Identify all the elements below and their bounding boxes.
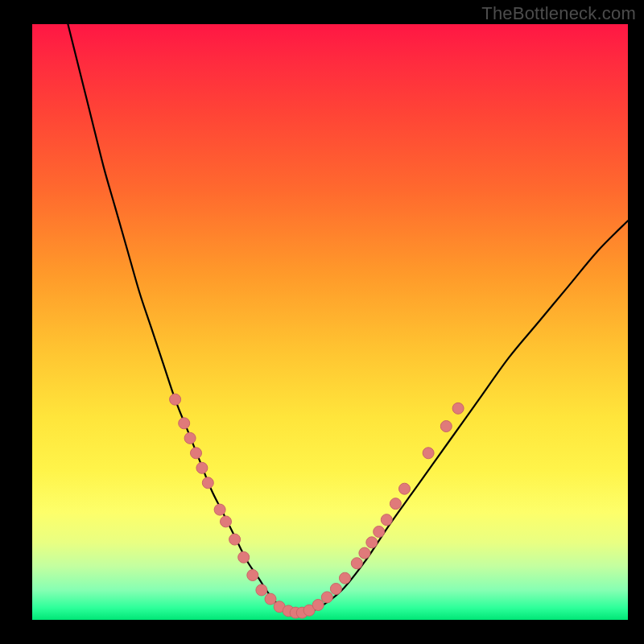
data-marker (229, 534, 241, 545)
marker-group (170, 394, 464, 618)
data-marker (184, 432, 196, 444)
data-marker (381, 514, 392, 526)
data-marker (312, 600, 324, 611)
plot-area (32, 24, 628, 620)
data-marker (214, 504, 225, 515)
series-group (68, 24, 628, 614)
data-marker (191, 448, 202, 459)
watermark-text: TheBottleneck.com (481, 3, 636, 24)
data-marker (351, 558, 362, 569)
curve-layer (32, 24, 628, 620)
data-marker (196, 462, 208, 473)
data-marker (399, 483, 411, 494)
data-marker (340, 572, 351, 584)
chart-frame: TheBottleneck.com (0, 0, 644, 644)
data-marker (440, 421, 452, 432)
data-marker (179, 418, 190, 429)
data-marker (359, 547, 370, 559)
data-marker (221, 516, 232, 527)
data-marker (390, 498, 401, 510)
data-marker (374, 526, 385, 538)
bottleneck-curve (68, 24, 628, 614)
data-marker (256, 584, 267, 596)
data-marker (423, 448, 434, 459)
data-marker (330, 584, 341, 595)
data-marker (247, 570, 258, 581)
data-marker (238, 551, 250, 563)
data-marker (170, 394, 181, 405)
data-marker (265, 593, 276, 605)
data-marker (366, 537, 378, 548)
data-marker (202, 477, 213, 489)
data-marker (452, 402, 464, 414)
data-marker (321, 592, 332, 603)
